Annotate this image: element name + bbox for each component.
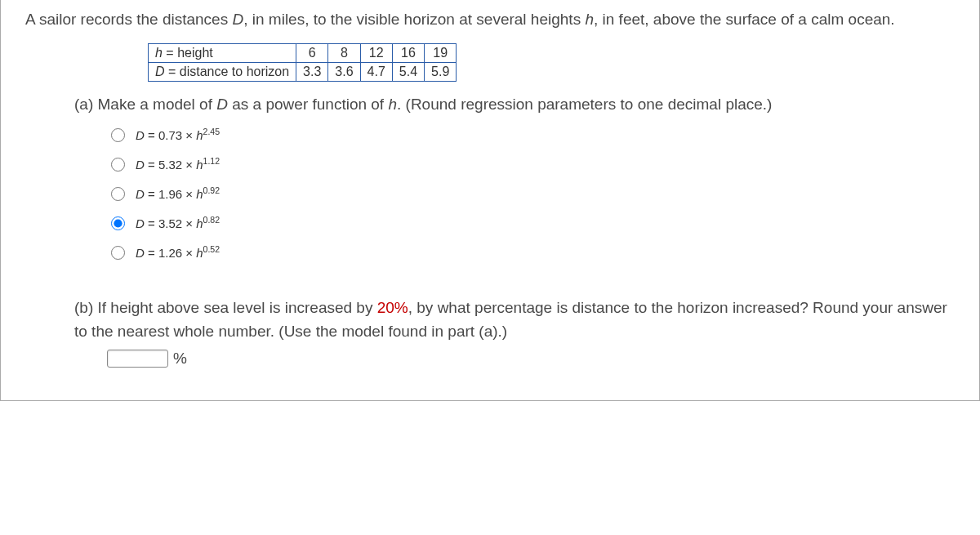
option-1[interactable]: D = 5.32 × h1.12 xyxy=(107,155,955,172)
d-val-0: 3.3 xyxy=(296,62,328,81)
option-label-4: D = 1.26 × h0.52 xyxy=(136,244,220,260)
pct-increase: 20% xyxy=(377,299,408,316)
intro-text-3: , in feet, above the surface of a calm o… xyxy=(594,11,895,28)
var-D: D xyxy=(232,11,243,28)
percent-input[interactable] xyxy=(107,350,168,368)
row-D-label: D = distance to horizon xyxy=(149,62,296,81)
option-label-2: D = 1.96 × h0.92 xyxy=(136,185,220,201)
radio-3[interactable] xyxy=(111,216,125,230)
row-h-label: h = height xyxy=(149,43,296,62)
h-val-4: 19 xyxy=(425,43,457,62)
option-label-0: D = 0.73 × h2.45 xyxy=(136,127,220,142)
option-4[interactable]: D = 1.26 × h0.52 xyxy=(107,243,955,260)
option-2[interactable]: D = 1.96 × h0.92 xyxy=(107,185,955,201)
radio-2[interactable] xyxy=(111,187,125,201)
d-val-1: 3.6 xyxy=(328,62,360,81)
d-val-2: 4.7 xyxy=(360,62,392,81)
radio-1[interactable] xyxy=(111,158,125,172)
radio-4[interactable] xyxy=(111,246,125,260)
part-a-text: (a) Make a model of D as a power functio… xyxy=(74,93,955,117)
h-val-2: 12 xyxy=(360,43,392,62)
option-label-1: D = 5.32 × h1.12 xyxy=(136,156,220,172)
part-b-text: (b) If height above sea level is increas… xyxy=(74,296,955,343)
table-row: h = height 6 8 12 16 19 xyxy=(149,43,457,62)
h-val-0: 6 xyxy=(296,43,328,62)
d-val-4: 5.9 xyxy=(425,62,457,81)
data-table: h = height 6 8 12 16 19 D = distance to … xyxy=(148,43,457,82)
problem-intro: A sailor records the distances D, in mil… xyxy=(25,8,955,32)
d-val-3: 5.4 xyxy=(392,62,424,81)
percent-unit: % xyxy=(173,350,187,368)
option-3[interactable]: D = 3.52 × h0.82 xyxy=(107,214,955,230)
intro-text-2: , in miles, to the visible horizon at se… xyxy=(243,11,585,28)
intro-text-1: A sailor records the distances xyxy=(25,11,232,28)
var-h: h xyxy=(585,11,594,28)
options-group: D = 0.73 × h2.45D = 5.32 × h1.12D = 1.96… xyxy=(107,126,955,260)
h-val-1: 8 xyxy=(328,43,360,62)
table-row: D = distance to horizon 3.3 3.6 4.7 5.4 … xyxy=(149,62,457,81)
option-0[interactable]: D = 0.73 × h2.45 xyxy=(107,126,955,142)
option-label-3: D = 3.52 × h0.82 xyxy=(136,215,220,230)
radio-0[interactable] xyxy=(111,128,125,142)
h-val-3: 16 xyxy=(392,43,424,62)
